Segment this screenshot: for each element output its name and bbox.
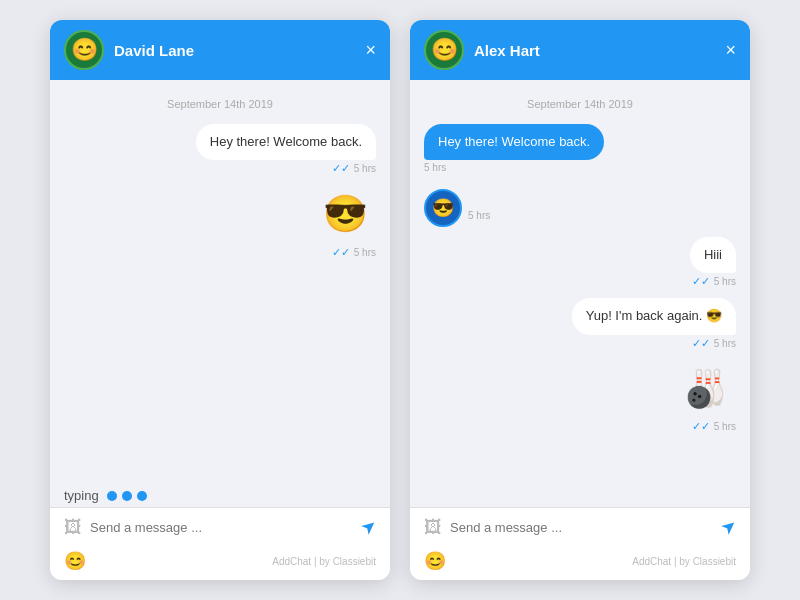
close-button-david[interactable]: × — [365, 41, 376, 59]
chat-header-david: 😊 David Lane × — [50, 20, 390, 80]
message-meta-s1: ✓✓ 5 hrs — [692, 275, 736, 288]
header-name-david: David Lane — [114, 42, 355, 59]
message-time-s2: 5 hrs — [714, 338, 736, 349]
typing-dot-3 — [137, 491, 147, 501]
message-bubble-2: 😎 — [315, 185, 376, 243]
message-bubble-1: Hey there! Welcome back. — [196, 124, 376, 160]
message-bubble-s3: 🎳 — [675, 360, 736, 418]
typing-dots — [107, 491, 147, 501]
send-button-david[interactable]: ➤ — [356, 514, 382, 540]
date-divider-alex: September 14th 2019 — [424, 98, 736, 110]
checkmark-icon-s1: ✓✓ — [692, 275, 710, 288]
typing-area: typing — [50, 480, 390, 507]
message-meta-r1: 5 hrs — [424, 162, 446, 173]
close-button-alex[interactable]: × — [725, 41, 736, 59]
message-row-s3: 🎳 ✓✓ 5 hrs — [424, 360, 736, 433]
emoji-button-david[interactable]: 😊 — [64, 550, 86, 572]
checkmark-icon: ✓✓ — [332, 162, 350, 175]
send-button-alex[interactable]: ➤ — [716, 514, 742, 540]
message-time-s1: 5 hrs — [714, 276, 736, 287]
header-name-alex: Alex Hart — [474, 42, 715, 59]
typing-label: typing — [64, 488, 99, 503]
footer-bottom-alex: 😊 AddChat | by Classiebit — [410, 546, 750, 580]
chat-footer-alex: 🖼 ➤ — [410, 507, 750, 546]
message-row-r1: Hey there! Welcome back. 5 hrs — [424, 124, 736, 173]
chat-body-alex: September 14th 2019 Hey there! Welcome b… — [410, 80, 750, 507]
message-meta-2: ✓✓ 5 hrs — [332, 246, 376, 259]
message-time-1: 5 hrs — [354, 163, 376, 174]
message-input-david[interactable] — [90, 520, 353, 535]
date-divider-david: September 14th 2019 — [64, 98, 376, 110]
message-time-r1: 5 hrs — [424, 162, 446, 173]
chat-footer-david: 🖼 ➤ — [50, 507, 390, 546]
message-meta-1: ✓✓ 5 hrs — [332, 162, 376, 175]
checkmark-icon-s2: ✓✓ — [692, 337, 710, 350]
chat-body-david: September 14th 2019 Hey there! Welcome b… — [50, 80, 390, 480]
message-row-1: Hey there! Welcome back. ✓✓ 5 hrs — [64, 124, 376, 175]
message-meta-r2: 5 hrs — [468, 210, 490, 221]
message-row-s2: Yup! I'm back again. 😎 ✓✓ 5 hrs — [424, 298, 736, 349]
checkmark-icon-s3: ✓✓ — [692, 420, 710, 433]
image-icon[interactable]: 🖼 — [64, 517, 82, 538]
message-row-s1: Hiii ✓✓ 5 hrs — [424, 237, 736, 288]
message-bubble-s1: Hiii — [690, 237, 736, 273]
message-input-alex[interactable] — [450, 520, 713, 535]
footer-bottom-david: 😊 AddChat | by Classiebit — [50, 546, 390, 580]
message-row-2: 😎 ✓✓ 5 hrs — [64, 185, 376, 258]
message-bubble-s2: Yup! I'm back again. 😎 — [572, 298, 736, 334]
message-meta-s2: ✓✓ 5 hrs — [692, 337, 736, 350]
chat-window-alex: 😊 Alex Hart × September 14th 2019 Hey th… — [410, 20, 750, 580]
message-row-received-2: 😎 5 hrs — [424, 189, 736, 227]
message-row-received-1: Hey there! Welcome back. 5 hrs — [424, 124, 736, 179]
message-time-2: 5 hrs — [354, 247, 376, 258]
typing-dot-1 — [107, 491, 117, 501]
branding-alex: AddChat | by Classiebit — [632, 556, 736, 567]
message-bubble-r1: Hey there! Welcome back. — [424, 124, 604, 160]
image-icon-alex[interactable]: 🖼 — [424, 517, 442, 538]
chat-header-alex: 😊 Alex Hart × — [410, 20, 750, 80]
avatar-alex: 😊 — [424, 30, 464, 70]
message-meta-s3: ✓✓ 5 hrs — [692, 420, 736, 433]
message-time-r2: 5 hrs — [468, 210, 490, 221]
avatar-david: 😊 — [64, 30, 104, 70]
message-time-s3: 5 hrs — [714, 421, 736, 432]
checkmark-icon-2: ✓✓ — [332, 246, 350, 259]
emoji-button-alex[interactable]: 😊 — [424, 550, 446, 572]
typing-dot-2 — [122, 491, 132, 501]
branding-david: AddChat | by Classiebit — [272, 556, 376, 567]
avatar-received-alex: 😎 — [424, 189, 462, 227]
message-row-r2: 5 hrs — [468, 208, 736, 221]
chat-window-david: 😊 David Lane × September 14th 2019 Hey t… — [50, 20, 390, 580]
